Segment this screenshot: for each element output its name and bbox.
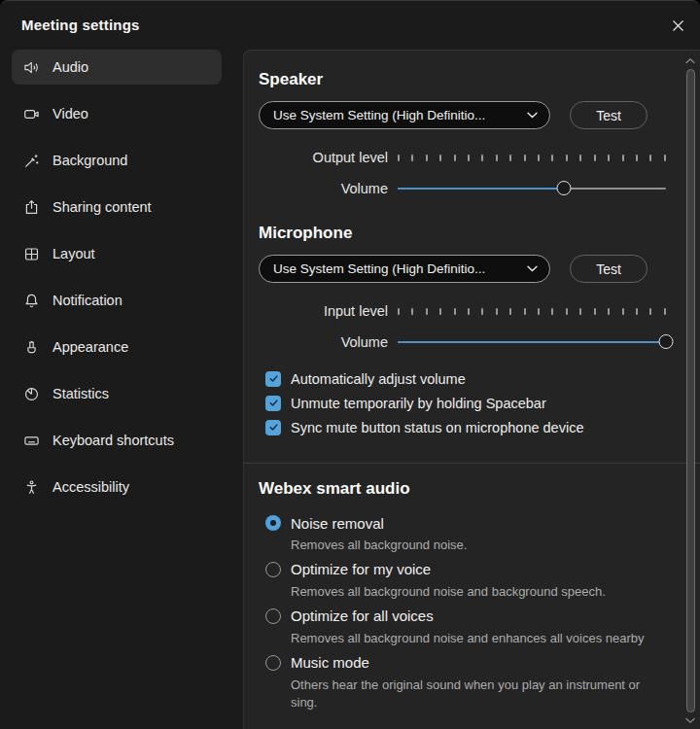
radio-label: Music mode — [291, 654, 369, 671]
radio-label: Optimize for all voices — [291, 608, 434, 624]
sidebar-item-video[interactable]: Video — [12, 96, 222, 131]
radio-selected-icon — [265, 515, 281, 531]
close-button[interactable] — [665, 13, 690, 38]
page-title: Meeting settings — [21, 17, 140, 33]
smart-audio-options: Noise removal Removes all background noi… — [259, 512, 666, 712]
level-tick — [551, 308, 553, 315]
share-icon — [23, 199, 40, 216]
microphone-volume-slider[interactable] — [398, 332, 666, 352]
sidebar-item-label: Video — [52, 106, 88, 122]
section-divider — [244, 463, 700, 464]
sidebar-item-keyboard-shortcuts[interactable]: Keyboard shortcuts — [12, 423, 222, 458]
slider-thumb[interactable] — [659, 334, 674, 349]
sidebar-item-appearance[interactable]: Appearance — [12, 330, 222, 364]
speaker-test-button[interactable]: Test — [570, 101, 648, 129]
checkbox-sync-mute-button[interactable]: Sync mute button status on microphone de… — [265, 415, 666, 439]
sidebar-item-sharing-content[interactable]: Sharing content — [12, 190, 222, 225]
sidebar-item-label: Sharing content — [52, 199, 152, 215]
level-tick — [439, 155, 441, 161]
close-icon — [672, 19, 684, 32]
speaker-device-dropdown[interactable]: Use System Setting (High Definitio... — [259, 101, 550, 129]
slider-thumb[interactable] — [557, 181, 572, 195]
sidebar-item-notification[interactable]: Notification — [12, 283, 222, 318]
sidebar-item-label: Statistics — [52, 386, 109, 401]
keyboard-icon — [23, 433, 40, 449]
sidebar-item-label: Appearance — [52, 339, 128, 355]
level-tick — [649, 155, 651, 161]
sidebar-item-accessibility[interactable]: Accessibility — [12, 469, 222, 504]
speaker-heading: Speaker — [259, 70, 666, 89]
sidebar-item-label: Accessibility — [52, 479, 129, 495]
radio-optimize-all-voices[interactable]: Optimize for all voices — [265, 606, 666, 627]
level-tick — [594, 308, 596, 315]
checkbox-unmute-spacebar[interactable]: Unmute temporarily by holding Spacebar — [265, 391, 666, 415]
slider-fill — [398, 341, 666, 344]
meeting-settings-dialog: Meeting settings Audio Video Background — [0, 0, 700, 729]
radio-description: Removes all background noise and backgro… — [291, 583, 666, 602]
level-tick — [622, 308, 624, 315]
level-tick — [426, 155, 428, 161]
speaker-volume-label: Volume — [259, 181, 388, 196]
vertical-scrollbar[interactable] — [682, 55, 698, 726]
radio-unselected-icon — [265, 655, 281, 671]
level-tick — [398, 308, 400, 315]
level-tick — [481, 155, 483, 161]
sidebar-item-audio[interactable]: Audio — [12, 50, 222, 85]
radio-unselected-icon — [265, 562, 281, 577]
level-tick — [649, 308, 651, 315]
checkbox-label: Automatically adjust volume — [291, 371, 466, 387]
bell-icon — [23, 293, 40, 309]
level-tick — [551, 155, 553, 161]
level-tick — [566, 308, 568, 315]
speaker-device-value: Use System Setting (High Definitio... — [273, 108, 485, 122]
level-tick — [636, 155, 638, 161]
scroll-up-icon[interactable] — [685, 57, 695, 65]
level-tick — [454, 155, 456, 161]
checkbox-auto-adjust-volume[interactable]: Automatically adjust volume — [265, 366, 666, 391]
checkbox-label: Sync mute button status on microphone de… — [291, 420, 583, 435]
microphone-device-value: Use System Setting (High Definitio... — [273, 261, 485, 276]
level-tick — [538, 155, 540, 161]
sidebar-item-layout[interactable]: Layout — [12, 236, 222, 271]
microphone-test-button[interactable]: Test — [570, 255, 648, 283]
level-tick — [454, 308, 456, 315]
input-level-label: Input level — [259, 303, 388, 319]
slider-fill — [398, 188, 564, 191]
sidebar-item-label: Layout — [52, 246, 95, 261]
camera-icon — [23, 106, 40, 122]
output-level-label: Output level — [259, 150, 388, 165]
level-tick — [664, 155, 666, 161]
smart-audio-heading: Webex smart audio — [259, 479, 666, 499]
level-tick — [622, 155, 624, 161]
settings-sidebar: Audio Video Background Sharing content L… — [12, 50, 222, 516]
level-tick — [468, 308, 470, 315]
sidebar-item-background[interactable]: Background — [12, 143, 222, 178]
grid-icon — [23, 246, 40, 262]
microphone-volume-label: Volume — [259, 334, 388, 350]
sidebar-item-label: Notification — [52, 293, 122, 308]
checkbox-checked-icon — [265, 396, 281, 411]
radio-description: Removes all background noise. — [291, 537, 666, 555]
level-tick — [411, 155, 413, 161]
sidebar-item-statistics[interactable]: Statistics — [12, 376, 222, 411]
audio-settings-panel: Speaker Use System Setting (High Definit… — [243, 50, 700, 729]
level-tick — [426, 308, 428, 315]
microphone-options: Automatically adjust volume Unmute tempo… — [265, 366, 666, 439]
scrollbar-thumb[interactable] — [686, 69, 695, 712]
speaker-volume-slider[interactable] — [398, 179, 666, 198]
level-tick — [398, 155, 400, 161]
radio-description: Others hear the original sound when you … — [291, 677, 666, 713]
level-tick — [524, 155, 526, 161]
scroll-down-icon[interactable] — [685, 716, 695, 724]
level-tick — [608, 308, 610, 315]
radio-noise-removal[interactable]: Noise removal — [265, 512, 666, 534]
radio-music-mode[interactable]: Music mode — [265, 652, 666, 674]
level-tick — [509, 155, 511, 161]
microphone-device-dropdown[interactable]: Use System Setting (High Definitio... — [259, 255, 550, 283]
level-tick — [468, 155, 470, 161]
level-tick — [579, 155, 581, 161]
level-tick — [594, 155, 596, 161]
radio-optimize-my-voice[interactable]: Optimize for my voice — [265, 559, 666, 580]
radio-label: Optimize for my voice — [291, 561, 431, 577]
level-tick — [566, 155, 568, 161]
